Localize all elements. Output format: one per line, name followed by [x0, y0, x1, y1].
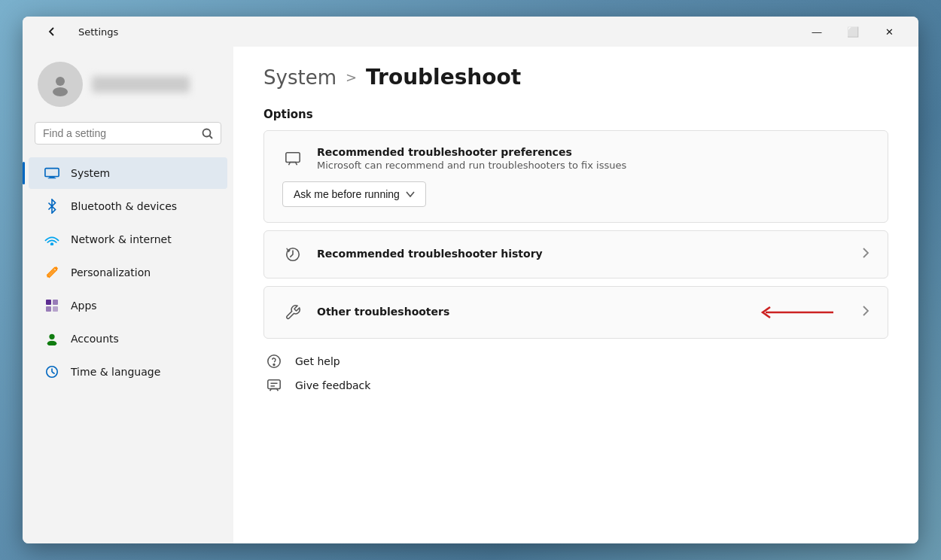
- sidebar-label-accounts: Accounts: [71, 333, 119, 345]
- sidebar-label-personalization: Personalization: [71, 266, 151, 278]
- apps-icon: [44, 297, 60, 314]
- sidebar-label-apps: Apps: [71, 300, 97, 312]
- system-icon: [44, 165, 60, 181]
- sidebar-label-network: Network & internet: [71, 233, 172, 245]
- section-title: Options: [263, 108, 888, 121]
- sidebar-item-network[interactable]: Network & internet: [29, 224, 227, 255]
- svg-rect-11: [46, 306, 51, 312]
- svg-rect-23: [268, 380, 280, 389]
- card-row: Other troubleshooters: [282, 302, 869, 323]
- card-row: Recommended troubleshooter preferences M…: [282, 146, 869, 171]
- sidebar-item-system[interactable]: System: [29, 157, 227, 189]
- sidebar-item-personalization[interactable]: Personalization: [29, 257, 227, 288]
- bluetooth-icon: [44, 198, 60, 215]
- titlebar-controls: — ⬜ ✕: [799, 20, 906, 44]
- give-feedback-text: Give feedback: [295, 379, 370, 391]
- avatar: [38, 62, 83, 107]
- svg-point-2: [203, 129, 211, 136]
- search-input[interactable]: [43, 127, 196, 139]
- sidebar-label-bluetooth: Bluetooth & devices: [71, 200, 177, 212]
- settings-window: Settings — ⬜ ✕: [23, 17, 918, 543]
- troubleshooter-dropdown[interactable]: Ask me before running: [282, 181, 426, 207]
- sidebar-item-bluetooth[interactable]: Bluetooth & devices: [29, 190, 227, 222]
- svg-rect-12: [53, 306, 58, 312]
- network-icon: [44, 231, 60, 248]
- chevron-right-icon: [862, 305, 869, 320]
- svg-rect-4: [45, 169, 59, 177]
- breadcrumb-separator: >: [346, 69, 357, 85]
- breadcrumb-parent[interactable]: System: [263, 66, 337, 89]
- svg-point-0: [56, 77, 65, 86]
- sidebar-item-time[interactable]: Time & language: [29, 356, 227, 388]
- titlebar: Settings — ⬜ ✕: [23, 17, 918, 47]
- recommended-history-card[interactable]: Recommended troubleshooter history: [263, 230, 888, 278]
- window-title: Settings: [78, 26, 118, 38]
- card-title: Recommended troubleshooter preferences: [317, 146, 869, 158]
- time-icon: [44, 364, 60, 380]
- accounts-icon: [44, 330, 60, 347]
- main-content: System > Troubleshoot Options Recommende…: [233, 47, 918, 543]
- history-icon: [282, 246, 303, 263]
- get-help-icon: [263, 354, 285, 369]
- user-section: [23, 56, 233, 122]
- svg-rect-18: [286, 152, 300, 162]
- get-help-text: Get help: [295, 355, 340, 367]
- bottom-links: Get help Give feedback: [263, 354, 888, 393]
- chevron-right-icon: [862, 247, 869, 262]
- card-title: Other troubleshooters: [317, 306, 745, 318]
- close-button[interactable]: ✕: [872, 20, 906, 44]
- card-content: Recommended troubleshooter history: [317, 248, 848, 261]
- chat-icon: [282, 151, 303, 167]
- card-subtitle: Microsoft can recommend and run troubles…: [317, 160, 869, 171]
- maximize-button[interactable]: ⬜: [836, 20, 870, 44]
- svg-rect-9: [46, 300, 51, 305]
- svg-point-22: [273, 364, 275, 366]
- recommended-prefs-card: Recommended troubleshooter preferences M…: [263, 130, 888, 223]
- card-row: Recommended troubleshooter history: [282, 246, 869, 263]
- give-feedback-link[interactable]: Give feedback: [263, 378, 888, 393]
- personalization-icon: [44, 264, 60, 281]
- wrench-icon: [282, 304, 303, 321]
- card-title: Recommended troubleshooter history: [317, 248, 848, 260]
- search-box[interactable]: [35, 122, 221, 145]
- svg-rect-10: [53, 300, 58, 305]
- search-icon-button[interactable]: [202, 128, 213, 139]
- sidebar: System Bluetooth & devices: [23, 47, 233, 543]
- give-feedback-icon: [263, 378, 285, 393]
- svg-point-13: [49, 334, 54, 339]
- other-troubleshooters-card[interactable]: Other troubleshooters: [263, 286, 888, 339]
- svg-rect-6: [48, 178, 56, 178]
- svg-point-7: [51, 243, 53, 245]
- svg-line-17: [52, 372, 55, 374]
- titlebar-left: Settings: [35, 20, 118, 44]
- breadcrumb-current: Troubleshoot: [366, 65, 521, 90]
- back-button[interactable]: [35, 20, 69, 44]
- svg-line-3: [210, 135, 213, 138]
- card-content: Other troubleshooters: [317, 306, 745, 319]
- window-content: System Bluetooth & devices: [23, 47, 918, 543]
- minimize-button[interactable]: —: [799, 20, 834, 44]
- dropdown-value: Ask me before running: [294, 188, 400, 200]
- get-help-link[interactable]: Get help: [263, 354, 888, 369]
- sidebar-label-time: Time & language: [71, 366, 160, 378]
- svg-point-1: [53, 87, 68, 96]
- username-blurred: [92, 76, 190, 93]
- svg-rect-5: [49, 177, 54, 178]
- sidebar-item-accounts[interactable]: Accounts: [29, 323, 227, 355]
- card-content: Recommended troubleshooter preferences M…: [317, 146, 869, 171]
- sidebar-item-apps[interactable]: Apps: [29, 290, 227, 321]
- arrow-annotation: [758, 302, 848, 323]
- sidebar-label-system: System: [71, 167, 110, 179]
- breadcrumb: System > Troubleshoot: [263, 65, 888, 90]
- svg-point-14: [47, 341, 57, 345]
